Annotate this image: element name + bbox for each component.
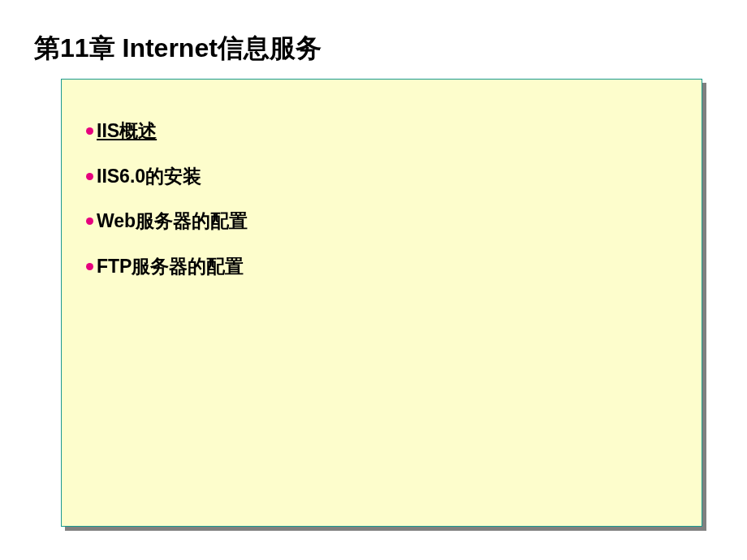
bullet-list: IIS概述 IIS6.0的安装 Web服务器的配置 FTP服务器的配置 xyxy=(86,120,248,300)
bullet-icon xyxy=(86,218,93,225)
list-item: IIS概述 xyxy=(86,120,248,143)
content-box: IIS概述 IIS6.0的安装 Web服务器的配置 FTP服务器的配置 xyxy=(61,79,702,527)
bullet-text[interactable]: IIS概述 xyxy=(97,120,157,143)
slide-title: 第11章 Internet信息服务 xyxy=(34,31,322,67)
bullet-text: FTP服务器的配置 xyxy=(97,256,244,278)
bullet-text: Web服务器的配置 xyxy=(97,210,248,233)
bullet-icon xyxy=(86,263,93,270)
list-item: Web服务器的配置 xyxy=(86,210,248,233)
bullet-text: IIS6.0的安装 xyxy=(97,166,201,188)
bullet-icon xyxy=(86,173,93,180)
list-item: IIS6.0的安装 xyxy=(86,166,248,188)
bullet-icon xyxy=(86,127,93,135)
list-item: FTP服务器的配置 xyxy=(86,256,248,278)
